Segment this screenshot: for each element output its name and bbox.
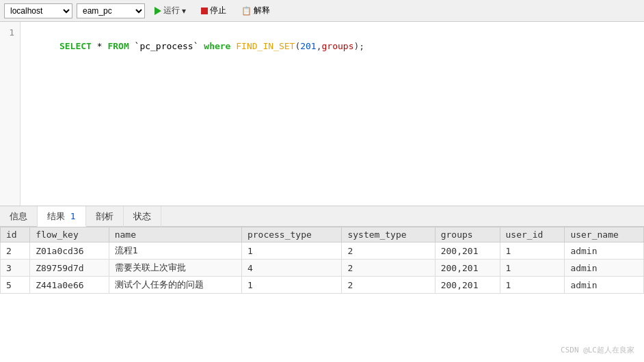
- col-process-type: process_type: [241, 227, 342, 242]
- fn-arg-field: groups: [322, 41, 354, 51]
- db-select[interactable]: eam_pc: [77, 3, 145, 18]
- tab-results-badge: 1: [70, 211, 76, 221]
- sql-editor: 1 SELECT * FROM `pc_process` where FIND_…: [0, 22, 644, 206]
- cell-id: 3: [1, 260, 30, 277]
- cell-system-type: 2: [342, 242, 435, 260]
- header-row: id flow_key name process_type system_typ…: [1, 227, 644, 242]
- stop-label: 停止: [210, 5, 226, 16]
- cell-name: 需要关联上次审批: [109, 260, 241, 277]
- tab-info-label: 信息: [10, 211, 27, 221]
- tab-profiling-label: 剖析: [96, 211, 113, 221]
- cell-process-type: 1: [241, 242, 342, 260]
- table-body: 2 Z01a0cd36 流程1 1 2 200,201 1 admin 3 Z8…: [1, 242, 644, 294]
- table-row: 3 Z89759d7d 需要关联上次审批 4 2 200,201 1 admin: [1, 260, 644, 277]
- cell-id: 5: [1, 277, 30, 294]
- results-area[interactable]: id flow_key name process_type system_typ…: [0, 227, 644, 362]
- col-flow-key: flow_key: [30, 227, 109, 242]
- line-number-1: 1: [5, 26, 14, 40]
- stop-icon: [201, 8, 208, 14]
- cell-system-type: 2: [342, 277, 435, 294]
- tab-status[interactable]: 状态: [124, 206, 161, 227]
- cell-system-type: 2: [342, 260, 435, 277]
- keyword-where: where: [204, 41, 230, 51]
- cell-process-type: 1: [241, 277, 342, 294]
- explain-label: 解释: [254, 5, 270, 16]
- table-row: 5 Z441a0e66 测试个人任务的的问题 1 2 200,201 1 adm…: [1, 277, 644, 294]
- tab-status-label: 状态: [133, 211, 151, 221]
- tab-profiling[interactable]: 剖析: [86, 206, 124, 227]
- keyword-select: SELECT: [59, 41, 92, 51]
- fn-find-in-set: FIND_IN_SET: [236, 41, 295, 51]
- cell-user-name: admin: [565, 260, 644, 277]
- run-button[interactable]: 运行 ▾: [149, 3, 191, 19]
- col-name: name: [109, 227, 241, 242]
- sql-line-1: SELECT * FROM `pc_process` where FIND_IN…: [27, 26, 637, 67]
- cell-name: 流程1: [109, 242, 241, 260]
- tab-results[interactable]: 结果 1: [38, 206, 86, 227]
- host-select[interactable]: localhost: [4, 3, 72, 18]
- col-user-name: user_name: [565, 227, 644, 242]
- keyword-from: FROM: [107, 41, 129, 51]
- col-groups: groups: [435, 227, 500, 242]
- fn-paren-close: );: [353, 41, 364, 51]
- cell-id: 2: [1, 242, 30, 260]
- sql-table: `pc_process`: [129, 41, 204, 51]
- watermark: CSDN @LC超人在良家: [561, 345, 634, 355]
- col-system-type: system_type: [342, 227, 435, 242]
- col-id: id: [1, 227, 30, 242]
- fn-comma: ,: [317, 41, 322, 51]
- cell-groups: 200,201: [435, 242, 500, 260]
- cell-flow-key: Z01a0cd36: [30, 242, 109, 260]
- run-label: 运行: [163, 5, 180, 16]
- tabs-bar: 信息 结果 1 剖析 状态: [0, 206, 644, 227]
- sql-star: *: [92, 41, 107, 51]
- cell-flow-key: Z441a0e66: [30, 277, 109, 294]
- cell-user-id: 1: [500, 242, 565, 260]
- cell-user-name: admin: [565, 277, 644, 294]
- explain-icon: 📋: [241, 6, 252, 16]
- cell-groups: 200,201: [435, 260, 500, 277]
- cell-user-id: 1: [500, 260, 565, 277]
- stop-button[interactable]: 停止: [196, 3, 232, 19]
- cell-name: 测试个人任务的的问题: [109, 277, 241, 294]
- cell-user-name: admin: [565, 242, 644, 260]
- explain-button[interactable]: 📋 解释: [236, 3, 276, 19]
- table-header: id flow_key name process_type system_typ…: [1, 227, 644, 242]
- fn-arg-num: 201: [300, 41, 316, 51]
- cell-process-type: 4: [241, 260, 342, 277]
- tab-results-label: 结果 1: [47, 211, 76, 221]
- col-user-id: user_id: [500, 227, 565, 242]
- play-icon: [155, 7, 161, 15]
- dropdown-arrow: ▾: [182, 6, 186, 16]
- line-numbers: 1: [0, 22, 21, 206]
- toolbar: localhost eam_pc 运行 ▾ 停止 📋 解释: [0, 0, 644, 22]
- cell-user-id: 1: [500, 277, 565, 294]
- results-table: id flow_key name process_type system_typ…: [0, 227, 644, 294]
- tab-info[interactable]: 信息: [0, 206, 38, 227]
- table-row: 2 Z01a0cd36 流程1 1 2 200,201 1 admin: [1, 242, 644, 260]
- cell-flow-key: Z89759d7d: [30, 260, 109, 277]
- cell-groups: 200,201: [435, 277, 500, 294]
- sql-content[interactable]: SELECT * FROM `pc_process` where FIND_IN…: [21, 22, 644, 206]
